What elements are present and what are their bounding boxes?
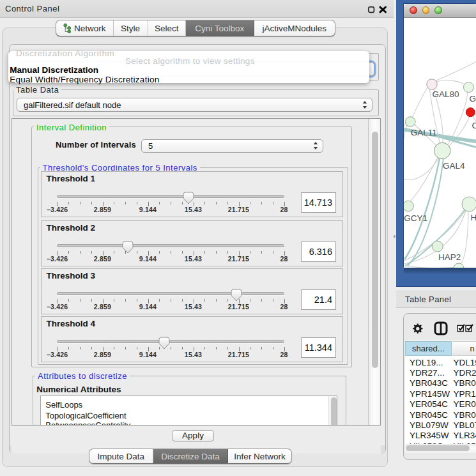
svg-text:GAL80: GAL80 (432, 89, 459, 98)
svg-text:HAP2: HAP2 (438, 252, 460, 261)
svg-text:H: H (470, 213, 476, 222)
svg-text:GCY1: GCY1 (404, 213, 427, 222)
svg-text:GAL11: GAL11 (410, 128, 436, 137)
svg-text:C: C (472, 121, 476, 130)
svg-text:G...: G... (469, 93, 476, 103)
svg-text:GAL4: GAL4 (443, 160, 465, 170)
